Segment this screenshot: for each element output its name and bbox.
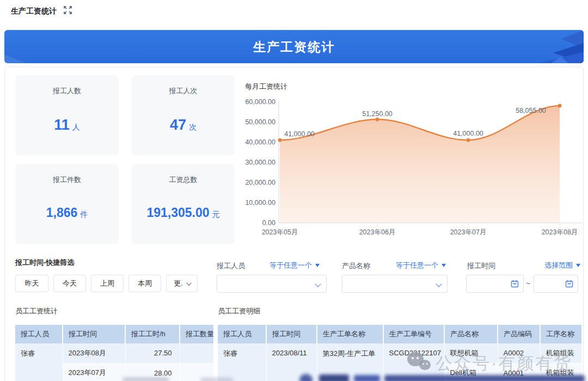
stat-number: 1,866 xyxy=(46,205,78,220)
product-select[interactable] xyxy=(342,275,448,293)
stat-label: 报工人次 xyxy=(132,86,235,96)
quick-filter-more[interactable]: 更. xyxy=(166,275,198,292)
chevron-down-icon xyxy=(315,281,321,287)
filter-operator-product[interactable]: 等于任意一个 xyxy=(396,261,446,270)
banner-decoration xyxy=(507,30,584,63)
chevron-down-icon xyxy=(436,281,442,287)
filter-operator-time[interactable]: 选择范围 xyxy=(544,261,580,270)
stat-unit: 件 xyxy=(80,210,88,219)
fullscreen-button[interactable] xyxy=(63,5,74,16)
monthly-wage-chart: 60,000.00 50,000.00 40,000.00 30,000.00 … xyxy=(245,92,584,240)
point-label: 51,250.00 xyxy=(362,110,393,118)
cell-month: 2023年08月 xyxy=(63,343,125,363)
cell-product: 联想机箱 xyxy=(444,343,498,363)
x-tick: 2023年06月 xyxy=(359,228,396,236)
date-end-wrap xyxy=(534,275,578,293)
cell-process: 机箱组装 xyxy=(540,343,581,363)
banner: 生产工资统计 xyxy=(4,30,584,63)
quick-filter-yesterday[interactable]: 昨天 xyxy=(15,275,48,292)
button-label: 更. xyxy=(174,279,183,288)
y-tick: 10,000.00 xyxy=(245,199,275,207)
window-title: 生产工资统计 xyxy=(11,7,57,16)
button-label: 上周 xyxy=(100,279,114,288)
filter-operator-worker[interactable]: 等于任意一个 xyxy=(270,261,320,270)
caret-down-icon xyxy=(442,264,446,267)
calendar-icon xyxy=(565,280,573,288)
column-header: 生产工单名称 xyxy=(317,325,383,343)
y-tick: 40,000.00 xyxy=(245,138,275,146)
point-label: 58,055.00 xyxy=(516,107,546,114)
y-tick: 0.00 xyxy=(262,219,275,227)
stat-card-times: 报工人次 47次 xyxy=(132,75,235,155)
table-header-row: 报工人员 报工时间 生产工单名称 生产工单编号 产品名称 产品编码 工序名称 xyxy=(218,325,581,343)
expand-icon xyxy=(63,5,72,15)
y-tick: 20,000.00 xyxy=(245,179,275,186)
point-label: 41,000.00 xyxy=(284,130,315,138)
stat-value: 47次 xyxy=(132,117,235,134)
stat-unit: 人 xyxy=(72,123,80,131)
stat-label: 工资总数 xyxy=(132,175,235,185)
data-point xyxy=(278,138,282,142)
date-range-separator: ~ xyxy=(526,279,530,287)
top-bar: 生产工资统计 xyxy=(0,0,588,23)
column-header: 工序名称 xyxy=(540,325,581,343)
quick-filter-title: 报工时间-快捷筛选 xyxy=(15,258,74,268)
calendar-icon xyxy=(511,280,519,288)
caret-down-icon xyxy=(576,264,580,267)
cell-month: 2023年07月 xyxy=(63,363,125,381)
caret-down-icon xyxy=(315,264,320,267)
quick-filter-this-week[interactable]: 本周 xyxy=(128,275,161,292)
banner-decoration-left xyxy=(4,53,26,63)
data-point xyxy=(558,104,562,108)
stat-unit: 次 xyxy=(189,123,197,131)
stat-value: 11人 xyxy=(15,117,119,134)
operator-label: 等于任意一个 xyxy=(270,261,312,270)
cell-worker: 张睿 xyxy=(218,343,266,381)
date-start-wrap xyxy=(466,275,524,293)
stat-number: 47 xyxy=(170,117,186,133)
stat-label: 报工件数 xyxy=(15,175,119,185)
cell-hours: 27.50 xyxy=(125,343,180,363)
stat-number: 11 xyxy=(54,117,70,133)
quick-filter-last-week[interactable]: 上周 xyxy=(91,275,124,292)
operator-label: 选择范围 xyxy=(544,261,573,270)
filter-label-time: 报工时间 xyxy=(467,261,495,271)
chevron-down-icon xyxy=(186,280,192,286)
stat-card-workers: 报工人数 11人 xyxy=(15,75,119,155)
stat-card-total-wage: 工资总数 191,305.00元 xyxy=(132,164,235,244)
button-label: 昨天 xyxy=(25,279,39,288)
filter-label-worker: 报工人员 xyxy=(217,261,245,271)
column-header: 生产工单编号 xyxy=(383,325,444,343)
stat-unit: 元 xyxy=(212,210,220,219)
employee-wage-detail-table: 报工人员 报工时间 生产工单名称 生产工单编号 产品名称 产品编码 工序名称 张… xyxy=(218,325,581,381)
column-header: 报工时间 xyxy=(266,325,317,343)
x-tick: 2023年08月 xyxy=(542,228,578,236)
point-label: 41,000.00 xyxy=(453,130,483,137)
cell-qty xyxy=(180,343,213,363)
column-header: 产品编码 xyxy=(498,325,540,343)
cell-worker: 张睿 xyxy=(15,343,63,381)
table-row: 张睿 2023/08/11 第32周-生产工单 SCGD23122107 联想机… xyxy=(218,343,581,363)
quick-filter-today[interactable]: 今天 xyxy=(53,275,86,292)
y-tick: 60,000.00 xyxy=(245,98,275,106)
x-tick: 2023年07月 xyxy=(450,228,487,236)
right-table-title: 员工工资明细 xyxy=(218,306,260,316)
cell-product-code: A0002 xyxy=(498,343,540,363)
table-row: 张睿 2023年08月 27.50 xyxy=(15,343,213,363)
filter-label-product: 产品名称 xyxy=(342,261,370,271)
button-label: 今天 xyxy=(63,279,77,288)
worker-select[interactable] xyxy=(217,275,327,293)
column-header: 报工人员 xyxy=(15,325,63,343)
stat-number: 191,305.00 xyxy=(146,205,209,220)
y-tick: 30,000.00 xyxy=(245,159,275,166)
column-header: 报工人员 xyxy=(218,325,266,343)
column-header: 报工时间 xyxy=(63,325,125,343)
button-label: 本周 xyxy=(138,279,152,288)
stat-label: 报工人数 xyxy=(15,86,119,96)
stat-value: 191,305.00元 xyxy=(132,205,235,220)
operator-label: 等于任意一个 xyxy=(396,261,438,270)
chart-title: 每月工资统计 xyxy=(245,82,287,92)
data-point xyxy=(467,138,470,142)
employee-wage-summary-table: 报工人员 报工时间 报工工时/h 报工数量 张睿 2023年08月 27.50 … xyxy=(15,325,213,381)
table-header-row: 报工人员 报工时间 报工工时/h 报工数量 xyxy=(15,325,213,343)
